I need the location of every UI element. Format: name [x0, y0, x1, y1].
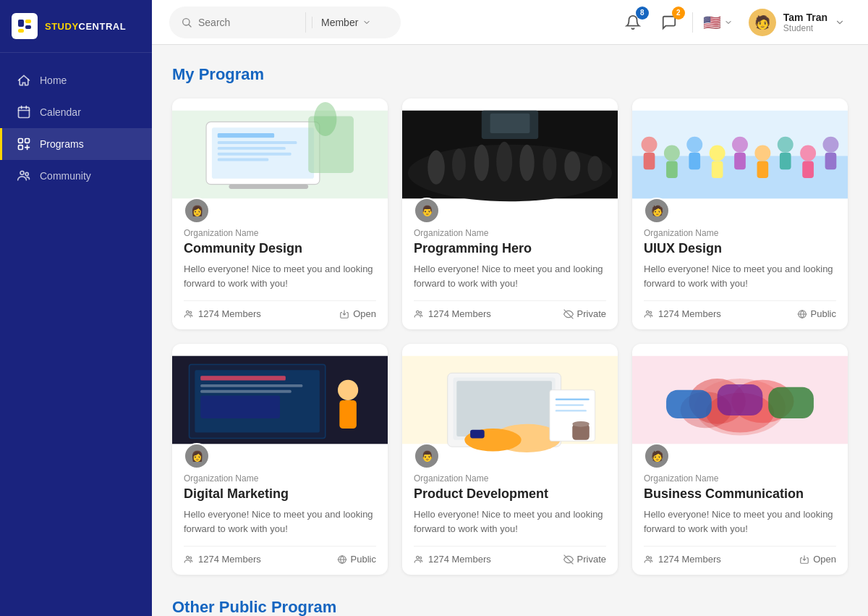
- svg-rect-52: [757, 161, 769, 179]
- svg-point-33: [587, 156, 602, 181]
- members-icon: [184, 309, 194, 319]
- program-card[interactable]: 🧑 Organization Name Business Communicati…: [632, 344, 848, 575]
- card-title: Product Development: [414, 486, 606, 502]
- card-desc: Hello everyone! Nice to meet you and loo…: [414, 262, 606, 290]
- member-dropdown[interactable]: Member: [312, 17, 371, 28]
- public-icon: [337, 554, 347, 565]
- card-desc: Hello everyone! Nice to meet you and loo…: [644, 507, 836, 536]
- sidebar-item-calendar-label: Calendar: [40, 106, 81, 118]
- header-right: 8 2 🇺🇸 🧑 Tam Tran Student: [620, 6, 851, 39]
- svg-point-37: [420, 311, 422, 313]
- svg-rect-83: [556, 404, 584, 405]
- svg-rect-17: [218, 153, 292, 156]
- card-body: Organization Name Programming Hero Hello…: [402, 211, 618, 329]
- svg-rect-50: [734, 153, 746, 170]
- sidebar-item-programs[interactable]: Programs: [0, 128, 152, 160]
- svg-rect-68: [200, 396, 280, 418]
- svg-point-30: [519, 145, 534, 181]
- svg-point-23: [190, 311, 192, 313]
- search-bar[interactable]: Member: [169, 7, 401, 38]
- sidebar-item-community[interactable]: Community: [0, 160, 152, 192]
- svg-rect-46: [689, 153, 700, 170]
- svg-point-88: [420, 557, 422, 559]
- my-program-title: My Program: [172, 65, 848, 84]
- members-count: 1274 Members: [198, 554, 261, 565]
- members-icon: [184, 554, 194, 565]
- members-info: 1274 Members: [644, 554, 721, 565]
- chevron-down-icon: [362, 18, 371, 27]
- members-count: 1274 Members: [428, 554, 491, 565]
- user-chevron-icon: [835, 17, 845, 28]
- status-info: Open: [799, 554, 836, 565]
- members-info: 1274 Members: [644, 308, 721, 319]
- status-info: Public: [797, 308, 836, 319]
- svg-rect-67: [200, 390, 291, 393]
- svg-rect-65: [200, 376, 286, 380]
- svg-point-27: [452, 148, 466, 180]
- card-footer: 1274 Members Private: [414, 546, 606, 565]
- svg-point-47: [710, 145, 726, 161]
- card-avatar: 🧑: [644, 198, 670, 224]
- home-icon: [17, 73, 31, 88]
- status-info: Open: [339, 308, 376, 319]
- nav-items: Home Calendar Programs: [0, 53, 152, 616]
- svg-point-26: [427, 151, 445, 185]
- status-label: Public: [811, 308, 836, 319]
- card-desc: Hello everyone! Nice to meet you and loo…: [184, 262, 376, 290]
- status-label: Open: [353, 308, 376, 319]
- sidebar: STUDYCENTRAL Home Calendar: [0, 0, 152, 616]
- status-label: Private: [577, 554, 606, 565]
- svg-point-51: [754, 145, 770, 161]
- public-icon: [797, 309, 807, 319]
- svg-point-20: [314, 102, 336, 136]
- svg-point-32: [564, 151, 580, 181]
- svg-point-53: [778, 137, 793, 153]
- avatar: 🧑: [749, 9, 776, 36]
- program-card[interactable]: 👩 Organization Name Digital Marketing He…: [172, 344, 388, 575]
- svg-rect-80: [470, 430, 485, 439]
- svg-point-41: [642, 137, 658, 153]
- members-count: 1274 Members: [198, 308, 261, 319]
- card-body: Organization Name Community Design Hello…: [172, 211, 388, 329]
- language-selector[interactable]: 🇺🇸: [703, 14, 733, 31]
- svg-rect-21: [229, 185, 308, 189]
- program-card[interactable]: 👨 Organization Name Product Development …: [402, 344, 618, 575]
- svg-rect-54: [780, 153, 791, 170]
- private-icon: [563, 554, 574, 565]
- programs-icon: [17, 137, 31, 151]
- card-body: Organization Name UIUX Design Hello ever…: [632, 211, 848, 329]
- sidebar-item-home[interactable]: Home: [0, 64, 152, 96]
- other-program-title: Other Public Program: [172, 598, 848, 616]
- sidebar-item-calendar[interactable]: Calendar: [0, 96, 152, 128]
- message-badge: 2: [672, 7, 685, 20]
- card-footer: 1274 Members Public: [184, 546, 376, 565]
- card-org: Organization Name: [644, 473, 836, 484]
- card-avatar: 👩: [184, 198, 210, 224]
- user-menu[interactable]: 🧑 Tam Tran Student: [743, 6, 851, 39]
- program-card[interactable]: 👨 Organization Name Programming Hero Hel…: [402, 98, 618, 329]
- card-avatar: 🧑: [644, 443, 670, 469]
- svg-point-49: [732, 137, 748, 153]
- members-icon: [414, 554, 424, 565]
- svg-rect-14: [218, 133, 274, 138]
- members-count: 1274 Members: [428, 308, 491, 319]
- members-icon: [414, 309, 424, 319]
- flag-chevron-icon: [724, 18, 733, 27]
- svg-point-60: [650, 311, 652, 313]
- search-input[interactable]: [198, 17, 299, 28]
- card-footer: 1274 Members Private: [414, 300, 606, 319]
- svg-rect-15: [218, 141, 297, 144]
- svg-rect-42: [644, 153, 655, 170]
- status-label: Public: [351, 554, 376, 565]
- logo-icon: [12, 13, 38, 39]
- notifications-button[interactable]: 8: [620, 9, 646, 35]
- svg-point-45: [686, 137, 702, 153]
- svg-rect-48: [712, 161, 723, 179]
- svg-rect-2: [25, 25, 31, 29]
- card-desc: Hello everyone! Nice to meet you and loo…: [184, 507, 376, 536]
- card-footer: 1274 Members Open: [184, 300, 376, 319]
- svg-rect-66: [200, 384, 302, 387]
- messages-button[interactable]: 2: [656, 9, 682, 35]
- program-card[interactable]: 🧑 Organization Name UIUX Design Hello ev…: [632, 98, 848, 329]
- program-card[interactable]: 👩 Organization Name Community Design Hel…: [172, 98, 388, 329]
